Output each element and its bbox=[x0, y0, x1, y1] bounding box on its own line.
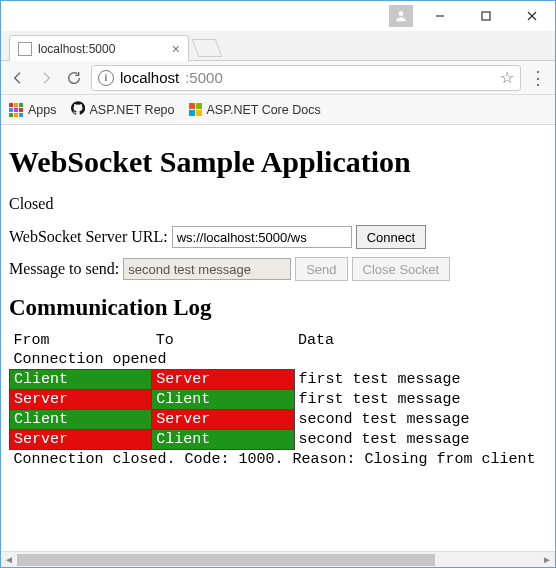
bookmark-aspnet-repo[interactable]: ASP.NET Repo bbox=[71, 101, 175, 118]
scroll-track[interactable] bbox=[17, 552, 539, 567]
connection-status: Closed bbox=[9, 195, 547, 213]
new-tab-button[interactable] bbox=[192, 39, 223, 57]
page-content: WebSocket Sample Application Closed WebS… bbox=[1, 125, 555, 551]
log-header-data: Data bbox=[294, 331, 540, 350]
log-open-text: Connection opened bbox=[10, 350, 540, 370]
log-header-to: To bbox=[152, 331, 294, 350]
log-data-cell: first test message bbox=[294, 390, 540, 410]
log-to-cell: Server bbox=[152, 370, 294, 390]
window-minimize-button[interactable] bbox=[417, 1, 463, 31]
bookmark-repo-label: ASP.NET Repo bbox=[90, 103, 175, 117]
nav-forward-button[interactable] bbox=[35, 67, 57, 89]
favicon-icon bbox=[18, 42, 32, 56]
nav-back-button[interactable] bbox=[7, 67, 29, 89]
scroll-left-icon[interactable]: ◄ bbox=[1, 552, 17, 568]
bookmark-aspnet-docs[interactable]: ASP.NET Core Docs bbox=[189, 103, 321, 117]
url-input[interactable]: i localhost:5000 ☆ bbox=[91, 65, 521, 91]
communication-log-table: From To Data Connection opened ClientSer… bbox=[9, 331, 540, 469]
svg-point-0 bbox=[399, 11, 404, 16]
log-heading: Communication Log bbox=[9, 295, 547, 321]
log-row: ClientServerfirst test message bbox=[10, 370, 540, 390]
browser-tab[interactable]: localhost:5000 × bbox=[9, 35, 189, 61]
window-close-button[interactable] bbox=[509, 1, 555, 31]
log-header-from: From bbox=[10, 331, 152, 350]
microsoft-icon bbox=[189, 103, 202, 116]
bookmark-apps-label: Apps bbox=[28, 103, 57, 117]
ws-url-label: WebSocket Server URL: bbox=[9, 228, 168, 246]
tab-strip: localhost:5000 × bbox=[1, 31, 555, 61]
log-close-row: Connection closed. Code: 1000. Reason: C… bbox=[10, 450, 540, 470]
tab-close-icon[interactable]: × bbox=[172, 42, 180, 56]
ws-url-input[interactable] bbox=[172, 226, 352, 248]
user-avatar-icon[interactable] bbox=[389, 5, 413, 27]
log-row: ServerClientfirst test message bbox=[10, 390, 540, 410]
bookmark-star-icon[interactable]: ☆ bbox=[500, 68, 514, 87]
log-to-cell: Client bbox=[152, 390, 294, 410]
apps-icon bbox=[9, 103, 23, 117]
bookmark-docs-label: ASP.NET Core Docs bbox=[207, 103, 321, 117]
connect-button[interactable]: Connect bbox=[356, 225, 426, 249]
window-maximize-button[interactable] bbox=[463, 1, 509, 31]
log-data-cell: second test message bbox=[294, 410, 540, 430]
log-row: ServerClientsecond test message bbox=[10, 430, 540, 450]
scroll-right-icon[interactable]: ► bbox=[539, 552, 555, 568]
log-open-row: Connection opened bbox=[10, 350, 540, 370]
github-icon bbox=[71, 101, 85, 118]
log-data-cell: second test message bbox=[294, 430, 540, 450]
send-button[interactable]: Send bbox=[295, 257, 347, 281]
log-to-cell: Client bbox=[152, 430, 294, 450]
address-bar: i localhost:5000 ☆ ⋮ bbox=[1, 61, 555, 95]
log-from-cell: Client bbox=[10, 410, 152, 430]
tab-title: localhost:5000 bbox=[38, 42, 166, 56]
url-port: :5000 bbox=[185, 69, 223, 86]
message-input[interactable] bbox=[123, 258, 291, 280]
message-row: Message to send: Send Close Socket bbox=[9, 257, 547, 281]
log-data-cell: first test message bbox=[294, 370, 540, 390]
scroll-thumb[interactable] bbox=[17, 554, 435, 566]
log-to-cell: Server bbox=[152, 410, 294, 430]
close-socket-button[interactable]: Close Socket bbox=[352, 257, 451, 281]
log-close-text: Connection closed. Code: 1000. Reason: C… bbox=[10, 450, 540, 470]
nav-reload-button[interactable] bbox=[63, 67, 85, 89]
log-from-cell: Client bbox=[10, 370, 152, 390]
horizontal-scrollbar[interactable]: ◄ ► bbox=[1, 551, 555, 567]
page-title: WebSocket Sample Application bbox=[9, 145, 547, 179]
site-info-icon[interactable]: i bbox=[98, 70, 114, 86]
url-host: localhost bbox=[120, 69, 179, 86]
log-from-cell: Server bbox=[10, 430, 152, 450]
bookmarks-bar: Apps ASP.NET Repo ASP.NET Core Docs bbox=[1, 95, 555, 125]
svg-rect-2 bbox=[482, 12, 490, 20]
browser-menu-button[interactable]: ⋮ bbox=[527, 67, 549, 89]
ws-url-row: WebSocket Server URL: Connect bbox=[9, 225, 547, 249]
log-row: ClientServersecond test message bbox=[10, 410, 540, 430]
log-header-row: From To Data bbox=[10, 331, 540, 350]
message-label: Message to send: bbox=[9, 260, 119, 278]
log-from-cell: Server bbox=[10, 390, 152, 410]
bookmark-apps[interactable]: Apps bbox=[9, 103, 57, 117]
window-titlebar bbox=[1, 1, 555, 31]
